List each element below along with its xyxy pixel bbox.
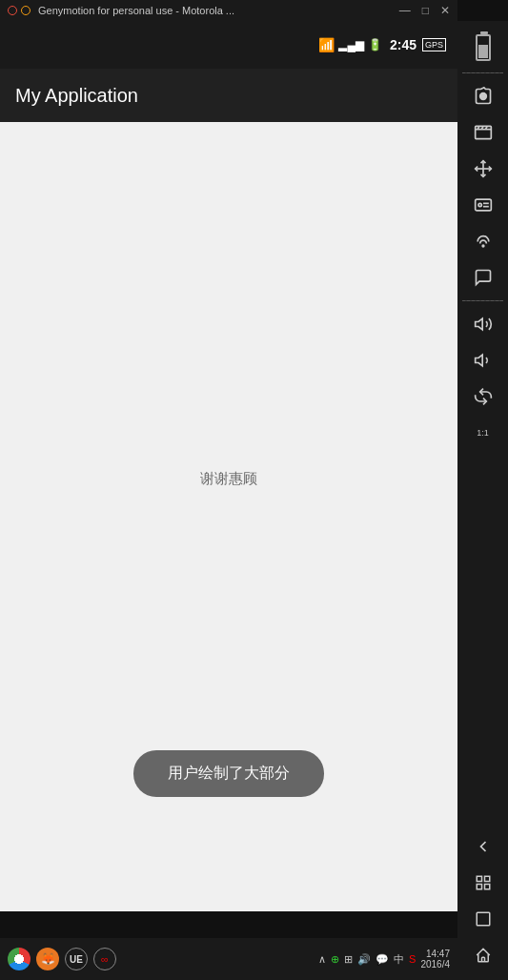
clock: 14:47 2016/4 bbox=[420, 949, 450, 970]
title-bar: Genymotion for personal use - Motorola .… bbox=[0, 0, 457, 21]
svg-rect-19 bbox=[477, 912, 490, 926]
main-content: 谢谢惠顾 用户绘制了大部分 bbox=[0, 122, 457, 911]
svg-rect-18 bbox=[477, 885, 481, 889]
ue-icon[interactable]: UE bbox=[65, 948, 88, 970]
id-icon[interactable] bbox=[464, 188, 502, 222]
tray-volume: 🔊 bbox=[357, 953, 371, 966]
tray-network: ⊕ bbox=[331, 953, 339, 966]
tray-arrow: ∧ bbox=[318, 953, 326, 966]
svg-rect-15 bbox=[477, 876, 481, 881]
window-title: Genymotion for personal use - Motorola .… bbox=[38, 5, 399, 16]
clapperboard-icon[interactable] bbox=[464, 115, 502, 150]
rotate-icon[interactable] bbox=[464, 379, 502, 414]
scale-icon[interactable]: 1:1 bbox=[464, 416, 502, 450]
battery-fill bbox=[478, 45, 488, 58]
dot-2 bbox=[21, 6, 30, 15]
nfc-icon[interactable] bbox=[464, 224, 502, 258]
phone-area: 📶 ▂▄▆ 🔋 2:45 GPS My Application 谢谢惠顾 用户绘… bbox=[0, 21, 457, 980]
maximize-button[interactable]: □ bbox=[422, 4, 429, 17]
right-sidebar: 1:1 bbox=[457, 21, 508, 980]
app-title: My Application bbox=[15, 85, 138, 107]
svg-point-0 bbox=[478, 92, 486, 100]
volume-up-icon[interactable] bbox=[464, 307, 502, 341]
minimize-button[interactable]: — bbox=[399, 4, 411, 17]
move-icon[interactable] bbox=[464, 152, 502, 186]
sidebar-back-icon[interactable] bbox=[464, 829, 502, 864]
svg-marker-13 bbox=[475, 318, 482, 330]
window-controls: — □ ✕ bbox=[399, 4, 450, 17]
center-text: 谢谢惠顾 bbox=[200, 470, 257, 488]
clock-date: 2016/4 bbox=[420, 959, 450, 970]
sms-icon[interactable] bbox=[464, 260, 502, 295]
clock-time: 14:47 bbox=[426, 949, 450, 959]
status-time: 2:45 bbox=[390, 37, 417, 52]
window-dots bbox=[8, 6, 30, 15]
svg-rect-16 bbox=[484, 876, 489, 881]
svg-point-9 bbox=[478, 203, 481, 206]
tray-screen: ⊞ bbox=[344, 953, 353, 966]
battery-icon: 🔋 bbox=[368, 38, 382, 51]
sidebar-divider-top bbox=[462, 72, 502, 73]
svg-point-12 bbox=[482, 245, 484, 247]
app-bar: My Application bbox=[0, 69, 457, 122]
camera-icon[interactable] bbox=[464, 79, 502, 113]
close-button[interactable]: ✕ bbox=[440, 4, 450, 17]
taskbar: 🦊 UE ∞ ∧ ⊕ ⊞ 🔊 💬 中 S 14:47 2016/4 bbox=[0, 938, 457, 980]
svg-rect-17 bbox=[484, 885, 489, 889]
sidebar-overview-icon[interactable] bbox=[464, 902, 502, 936]
volume-down-icon[interactable] bbox=[464, 343, 502, 378]
chrome-icon[interactable] bbox=[8, 948, 30, 970]
signal-icon: ▂▄▆ bbox=[338, 38, 364, 51]
draw-button[interactable]: 用户绘制了大部分 bbox=[133, 750, 324, 797]
scale-label: 1:1 bbox=[477, 429, 489, 438]
sidebar-home-icon[interactable] bbox=[464, 938, 502, 972]
tray-antivirus: S bbox=[409, 953, 416, 965]
sidebar-divider-mid bbox=[462, 300, 502, 301]
system-tray: ∧ ⊕ ⊞ 🔊 💬 中 S 14:47 2016/4 bbox=[318, 949, 450, 970]
dot-1 bbox=[8, 6, 17, 15]
oo-icon[interactable]: ∞ bbox=[93, 948, 116, 970]
tray-im: 💬 bbox=[376, 953, 389, 966]
status-icons: 📶 ▂▄▆ 🔋 2:45 GPS bbox=[318, 37, 446, 52]
firefox-icon[interactable]: 🦊 bbox=[36, 948, 59, 970]
status-bar: 📶 ▂▄▆ 🔋 2:45 GPS bbox=[0, 21, 457, 69]
sidebar-battery bbox=[476, 34, 491, 61]
svg-rect-8 bbox=[475, 199, 491, 211]
gps-label: GPS bbox=[422, 38, 446, 51]
svg-marker-14 bbox=[475, 355, 482, 366]
sidebar-recents-icon[interactable] bbox=[464, 866, 502, 900]
tray-lang: 中 bbox=[394, 952, 404, 967]
wifi-icon: 📶 bbox=[318, 37, 335, 52]
